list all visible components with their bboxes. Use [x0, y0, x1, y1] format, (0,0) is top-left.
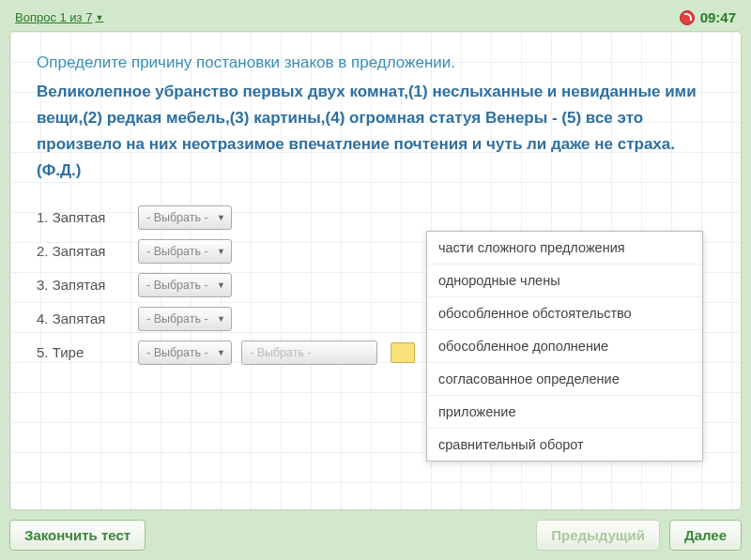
timer-value: 09:47 — [700, 9, 736, 25]
prev-button[interactable]: Предыдущий — [536, 520, 660, 551]
chevron-down-icon: ▼ — [217, 247, 225, 256]
dropdown-option[interactable]: обособленное обстоятельство — [427, 297, 702, 330]
select-reason[interactable]: - Выбрать - ▼ — [138, 205, 232, 230]
dropdown-option[interactable]: однородные члены — [427, 265, 702, 297]
chevron-down-icon: ▼ — [217, 213, 225, 222]
select-placeholder: - Выбрать - — [146, 346, 208, 359]
dropdown-option[interactable]: согласованное определение — [427, 363, 702, 396]
item-label: 4. Запятая — [37, 310, 130, 326]
select-reason[interactable]: - Выбрать - ▼ — [138, 239, 232, 264]
chevron-down-icon: ▼ — [217, 348, 225, 357]
item-label: 5. Тире — [37, 344, 130, 360]
chevron-down-icon: ▼ — [217, 314, 225, 324]
instruction-text: Определите причину постановки знаков в п… — [37, 51, 714, 75]
timer: 09:47 — [680, 9, 736, 25]
item-label: 2. Запятая — [37, 243, 130, 259]
select-placeholder: - Выбрать - — [146, 211, 208, 224]
highlight-marker — [391, 342, 415, 363]
finish-test-button[interactable]: Закончить тест — [9, 520, 146, 551]
dropdown-option[interactable]: обособленное дополнение — [427, 330, 702, 363]
select-placeholder: - Выбрать - — [146, 245, 208, 258]
ghost-select[interactable]: - Выбрать - — [241, 341, 377, 365]
select-reason[interactable]: - Выбрать - ▼ — [138, 307, 232, 331]
reason-dropdown[interactable]: части сложного предложения однородные чл… — [426, 231, 703, 462]
item-label: 1. Запятая — [37, 209, 130, 225]
dropdown-option[interactable]: сравнительный оборот — [427, 429, 702, 461]
dropdown-option[interactable]: части сложного предложения — [427, 232, 702, 265]
select-placeholder: - Выбрать - — [146, 279, 208, 292]
item-label: 3. Запятая — [37, 277, 130, 293]
select-reason[interactable]: - Выбрать - ▼ — [138, 341, 232, 365]
caret-down-icon: ▼ — [95, 13, 103, 23]
dropdown-option[interactable]: приложение — [427, 396, 702, 429]
select-placeholder: - Выбрать - — [146, 312, 208, 325]
select-reason[interactable]: - Выбрать - ▼ — [138, 273, 232, 297]
next-button[interactable]: Далее — [669, 520, 742, 551]
answer-row: 1. Запятая - Выбрать - ▼ — [37, 205, 714, 230]
ghost-select-label: - Выбрать - — [250, 346, 312, 359]
chevron-down-icon: ▼ — [217, 280, 225, 290]
question-nav-label: Вопрос 1 из 7 — [15, 10, 92, 24]
question-paper: Определите причину постановки знаков в п… — [9, 31, 742, 510]
sentence-text: Великолепное убранство первых двух комна… — [37, 79, 714, 184]
clock-icon — [680, 10, 695, 25]
question-nav-link[interactable]: Вопрос 1 из 7 ▼ — [15, 10, 103, 24]
